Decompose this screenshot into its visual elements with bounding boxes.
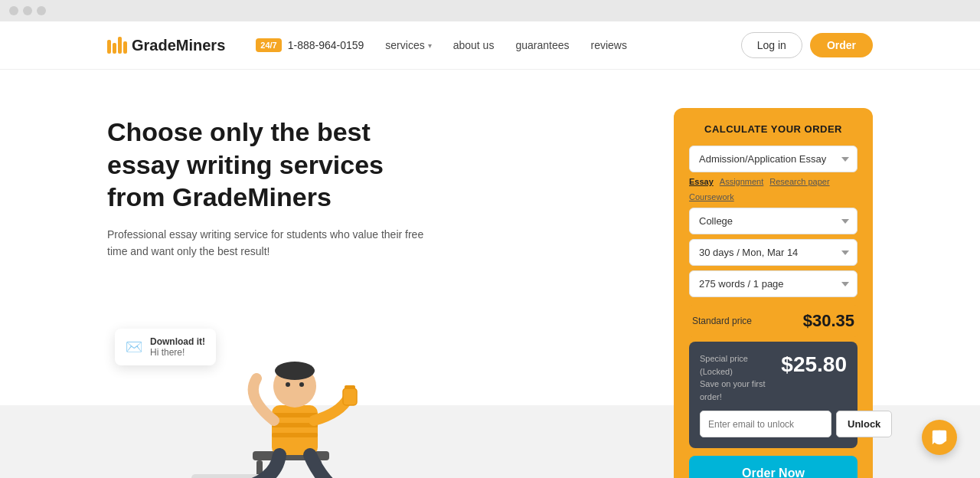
quick-links: Essay Assignment Research paper Coursewo…: [689, 177, 858, 201]
login-button[interactable]: Log in: [741, 32, 802, 58]
logo[interactable]: GradeMiners: [107, 37, 225, 54]
standard-price-row: Standard price $30.35: [689, 305, 858, 337]
person-illustration: [145, 298, 390, 478]
quick-link-assignment[interactable]: Assignment: [720, 177, 763, 186]
svg-point-12: [275, 362, 315, 380]
special-price-box: Special price (Locked) Save on your firs…: [689, 342, 858, 448]
level-select[interactable]: College: [689, 208, 858, 234]
pages-select[interactable]: 275 words / 1 page: [689, 270, 858, 297]
quick-link-research[interactable]: Research paper: [769, 177, 829, 186]
download-text: Download it!: [150, 336, 205, 347]
order-calculator: CALCULATE YOUR ORDER Admission/Applicati…: [674, 108, 873, 478]
main-nav: services ▾ about us guarantees reviews: [385, 39, 740, 51]
hero-subtitle: Professional essay writing service for s…: [107, 226, 429, 260]
special-line2: Save on your first order!: [700, 378, 781, 403]
order-now-button[interactable]: Order Now: [689, 456, 858, 478]
phone-number: 1-888-964-0159: [288, 39, 364, 51]
special-price-top: Special price (Locked) Save on your firs…: [700, 352, 847, 403]
unlock-button[interactable]: Unlock: [836, 411, 892, 437]
svg-point-13: [286, 382, 290, 387]
essay-type-select[interactable]: Admission/Application Essay: [689, 146, 858, 172]
quick-link-coursework[interactable]: Coursework: [689, 192, 734, 201]
standard-price: $30.35: [803, 311, 854, 331]
header: GradeMiners 24/7 1-888-964-0159 services…: [0, 21, 980, 70]
nav-guarantees[interactable]: guarantees: [515, 39, 569, 51]
badge-247: 24/7: [256, 38, 281, 52]
logo-text: GradeMiners: [132, 37, 225, 54]
nav-actions: Log in Order: [741, 32, 873, 58]
browser-dot-3: [37, 6, 46, 15]
browser-dot-2: [23, 6, 32, 15]
svg-rect-16: [345, 385, 355, 389]
order-header-button[interactable]: Order: [810, 33, 873, 57]
svg-rect-10: [272, 433, 318, 437]
chat-icon: [931, 429, 948, 446]
hero-title: Choose only the best essay writing servi…: [107, 116, 444, 214]
hi-there-text: Hi there!: [150, 347, 205, 358]
email-input[interactable]: [700, 411, 831, 437]
special-price-value: $25.80: [781, 352, 847, 377]
deadline-select[interactable]: 30 days / Mon, Mar 14: [689, 239, 858, 266]
chevron-down-icon: ▾: [428, 41, 432, 50]
unlock-row: Unlock: [700, 411, 847, 437]
svg-rect-15: [343, 388, 357, 405]
logo-icon: [107, 37, 127, 54]
svg-point-14: [299, 382, 304, 387]
special-labels: Special price (Locked) Save on your firs…: [700, 352, 781, 403]
download-card: ✉️ Download it! Hi there!: [115, 329, 216, 365]
special-line1: Special price (Locked): [700, 352, 781, 378]
chat-bubble[interactable]: [922, 420, 957, 455]
quick-link-essay[interactable]: Essay: [689, 177, 714, 186]
nav-reviews[interactable]: reviews: [590, 39, 626, 51]
hero-section: Choose only the best essay writing servi…: [0, 70, 980, 478]
calc-title: CALCULATE YOUR ORDER: [689, 123, 858, 135]
standard-label: Standard price: [692, 316, 752, 326]
browser-dot-1: [9, 6, 18, 15]
nav-about[interactable]: about us: [453, 39, 495, 51]
illustration-area: ✉️ Download it! Hi there!: [107, 283, 390, 478]
browser-chrome: [0, 0, 980, 21]
svg-rect-7: [272, 405, 318, 455]
nav-services[interactable]: services ▾: [385, 39, 431, 51]
phone-badge: 24/7 1-888-964-0159: [256, 38, 364, 52]
